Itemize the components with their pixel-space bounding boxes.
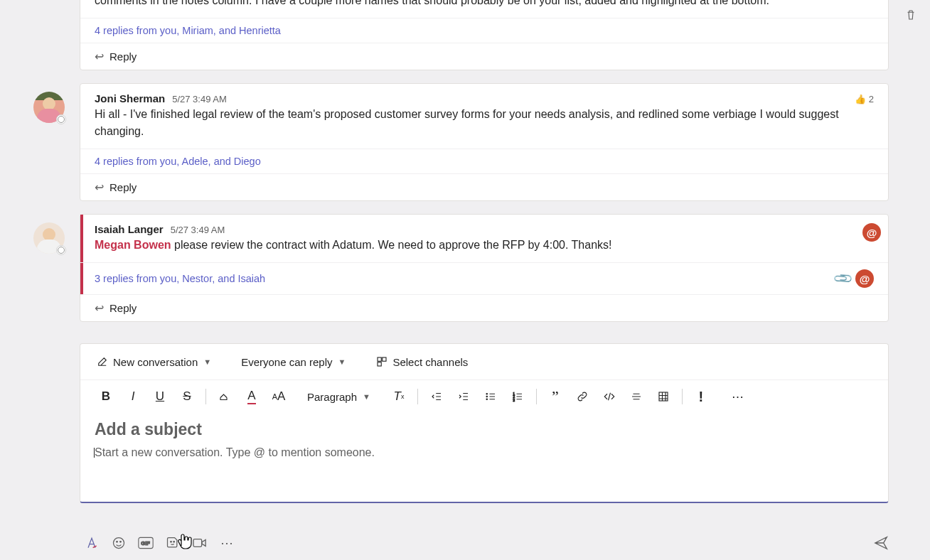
svg-rect-0 xyxy=(378,357,381,361)
reply-button[interactable]: ↩ Reply xyxy=(80,294,888,321)
more-actions-button[interactable]: ⋯ xyxy=(215,532,239,554)
reply-label: Reply xyxy=(109,181,137,193)
message-card: Joni Sherman 5/27 3:49 AM 👍 2 Hi all - I… xyxy=(80,83,889,201)
replies-summary[interactable]: 4 replies from you, Adele, and Diego xyxy=(80,149,888,173)
bulleted-list-button[interactable] xyxy=(478,384,503,409)
presence-offline-icon xyxy=(56,114,66,124)
gif-button[interactable]: GIF xyxy=(134,532,158,554)
compose-box: New conversation ▼ Everyone can reply ▼ … xyxy=(80,343,889,503)
font-size-button[interactable]: AA xyxy=(266,384,292,409)
toolbar-separator xyxy=(205,389,206,404)
chevron-down-icon: ▼ xyxy=(363,392,370,401)
more-options-button[interactable]: ⋯ xyxy=(725,384,751,409)
font-color-button[interactable]: A xyxy=(239,384,264,409)
message-card: comments in the notes column. I have a c… xyxy=(80,0,889,70)
meet-now-button[interactable] xyxy=(188,532,212,554)
reply-arrow-icon: ↩ xyxy=(95,50,104,63)
svg-point-10 xyxy=(114,538,124,549)
svg-point-3 xyxy=(486,394,488,395)
numbered-list-button[interactable]: 123 xyxy=(505,384,530,409)
code-button[interactable] xyxy=(597,384,622,409)
reply-button[interactable]: ↩ Reply xyxy=(80,43,888,70)
attachment-icon[interactable]: 📎 xyxy=(832,267,854,289)
svg-point-16 xyxy=(173,542,175,543)
message-author[interactable]: Joni Sherman xyxy=(95,92,165,104)
presence-offline-icon xyxy=(56,245,66,255)
format-toolbar: B I U S A AA Paragraph ▼ Tx xyxy=(80,380,888,413)
message-body: comments in the notes column. I have a c… xyxy=(80,0,888,18)
sticker-button[interactable] xyxy=(161,532,185,554)
at-mention[interactable]: Megan Bowen xyxy=(95,239,171,251)
reaction-count: 2 xyxy=(869,94,874,104)
svg-point-5 xyxy=(486,399,488,400)
reply-button[interactable]: ↩ Reply xyxy=(80,173,888,200)
message-card: @ Isaiah Langer 5/27 3:49 AM Megan Bowen… xyxy=(80,214,889,322)
reply-arrow-icon: ↩ xyxy=(95,301,104,315)
subject-input[interactable]: Add a subject xyxy=(95,420,874,439)
svg-rect-1 xyxy=(383,357,386,361)
underline-button[interactable]: U xyxy=(147,384,173,409)
svg-rect-2 xyxy=(378,362,381,366)
svg-point-4 xyxy=(486,396,488,397)
chevron-down-icon: ▼ xyxy=(203,357,211,366)
outdent-button[interactable] xyxy=(424,384,449,409)
thumbs-up-icon: 👍 xyxy=(855,94,866,104)
replies-summary[interactable]: 4 replies from you, Miriam, and Henriett… xyxy=(80,18,888,43)
indent-button[interactable] xyxy=(451,384,476,409)
discard-button[interactable] xyxy=(904,9,917,21)
mention-badge-icon[interactable]: @ xyxy=(862,223,881,242)
paragraph-style-dropdown[interactable]: Paragraph ▼ xyxy=(303,388,375,406)
link-button[interactable] xyxy=(570,384,595,409)
reply-permissions[interactable]: Everyone can reply ▼ xyxy=(238,353,348,371)
avatar[interactable] xyxy=(33,92,65,123)
chevron-down-icon: ▼ xyxy=(338,357,346,366)
horizontal-rule-button[interactable] xyxy=(624,384,649,409)
svg-point-12 xyxy=(120,542,122,543)
mention-accent xyxy=(80,215,83,267)
quote-button[interactable]: ” xyxy=(542,384,568,409)
table-button[interactable] xyxy=(651,384,676,409)
svg-text:GIF: GIF xyxy=(141,540,150,546)
svg-rect-17 xyxy=(193,539,202,547)
compose-actions: GIF ⋯ xyxy=(80,532,889,554)
replies-summary[interactable]: 3 replies from you, Nestor, and Isaiah 📎… xyxy=(80,262,888,294)
reply-arrow-icon: ↩ xyxy=(95,181,104,194)
toolbar-separator xyxy=(417,389,418,404)
message-body: Hi all - I've finished legal review of t… xyxy=(80,106,888,149)
italic-button[interactable]: I xyxy=(120,384,146,409)
new-conversation-type[interactable]: New conversation ▼ xyxy=(93,352,214,371)
select-channels-button[interactable]: Select channels xyxy=(373,352,471,371)
reaction-thumbs-up[interactable]: 👍 2 xyxy=(855,94,874,104)
bold-button[interactable]: B xyxy=(93,384,119,409)
highlight-button[interactable] xyxy=(212,384,237,409)
reply-label: Reply xyxy=(109,302,137,314)
message-body: Megan Bowen please review the contract w… xyxy=(80,237,888,262)
send-button[interactable] xyxy=(873,535,889,551)
emoji-button[interactable] xyxy=(107,532,131,554)
message-input[interactable]: Start a new conversation. Type @ to ment… xyxy=(95,446,874,459)
format-toggle-button[interactable] xyxy=(80,532,104,554)
important-button[interactable]: ! xyxy=(688,384,714,409)
avatar[interactable] xyxy=(33,222,65,254)
svg-point-15 xyxy=(171,542,172,543)
message-timestamp: 5/27 3:49 AM xyxy=(171,225,225,235)
toolbar-separator xyxy=(682,389,683,404)
toolbar-separator xyxy=(536,389,537,404)
strikethrough-button[interactable]: S xyxy=(174,384,200,409)
svg-rect-9 xyxy=(659,392,668,401)
mention-badge-icon[interactable]: @ xyxy=(855,269,874,288)
clear-formatting-button[interactable]: Tx xyxy=(386,384,412,409)
svg-point-11 xyxy=(117,542,118,543)
reply-label: Reply xyxy=(109,50,137,63)
svg-text:3: 3 xyxy=(513,398,515,402)
channels-icon xyxy=(375,355,388,368)
message-author[interactable]: Isaiah Langer xyxy=(95,223,164,235)
compose-icon xyxy=(96,355,109,368)
message-timestamp: 5/27 3:49 AM xyxy=(172,94,227,104)
